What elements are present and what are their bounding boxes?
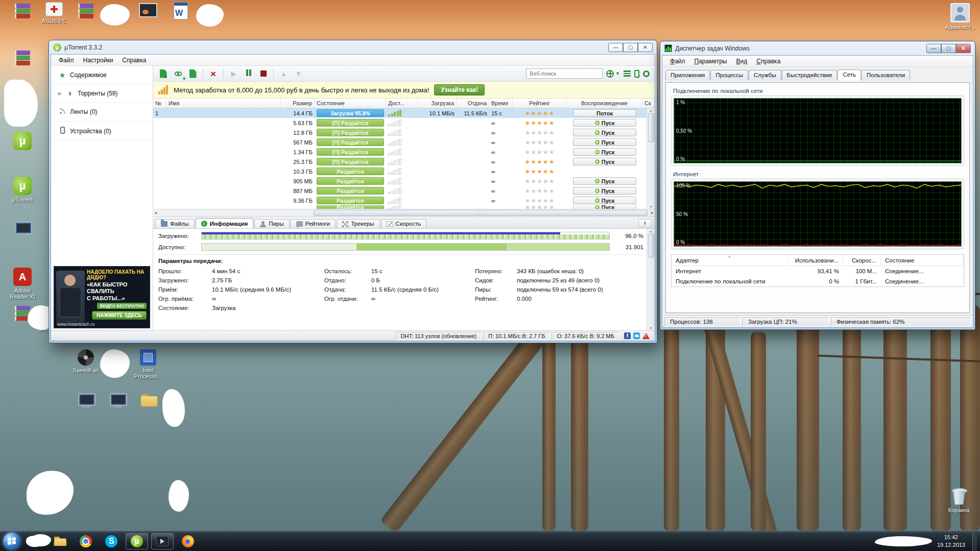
- stop-button[interactable]: [256, 67, 270, 80]
- minimize-button[interactable]: —: [926, 44, 941, 53]
- desktop-icon[interactable]: [164, 2, 197, 21]
- settings-gear-icon[interactable]: [643, 70, 650, 77]
- play-button[interactable]: Поток: [573, 109, 636, 117]
- desktop-icon[interactable]: ASUS PC: [38, 2, 70, 24]
- play-button[interactable]: Пуск: [573, 119, 636, 127]
- move-up-button[interactable]: ▲: [277, 67, 291, 80]
- ad-banner[interactable]: Метод заработка от 6,000 до 15,000 руб в…: [153, 82, 655, 99]
- ad-button[interactable]: НАЖМИТЕ ЗДЕСЬ: [92, 311, 147, 320]
- taskbar-app[interactable]: [49, 533, 71, 549]
- desktop-icon[interactable]: [6, 222, 39, 238]
- torrent-row[interactable]: 10.3 ГБ Раздаётся ∞ ★★★★★: [153, 166, 647, 176]
- taskman-tab[interactable]: Службы: [749, 70, 781, 80]
- torrent-rating-stars[interactable]: ★★★★★: [513, 187, 567, 195]
- detail-tab[interactable]: Трекеры: [337, 219, 379, 228]
- menu-item[interactable]: Параметры: [690, 57, 732, 66]
- torrent-row[interactable]: 9.36 ГБ Раздаётся ∞ ★★★★★: [153, 196, 647, 205]
- twitter-icon[interactable]: [633, 332, 640, 339]
- taskbar-app[interactable]: [151, 533, 174, 549]
- taskbar-app[interactable]: [177, 533, 199, 549]
- scroll-left-arrow[interactable]: ◀: [154, 211, 157, 215]
- scroll-thumb[interactable]: [648, 234, 654, 257]
- taskman-tab[interactable]: Процессы: [710, 70, 748, 80]
- torrent-row[interactable]: 1.34 ГБ [П] Раздаётся ∞ ★★★★★: [153, 147, 647, 157]
- expand-arrow-icon[interactable]: ▶: [58, 91, 62, 96]
- desktop-icon[interactable]: µTorrent: [6, 177, 39, 203]
- close-button[interactable]: ✕: [956, 44, 971, 53]
- torrent-rating-stars[interactable]: ★★★★★: [513, 197, 567, 204]
- play-button[interactable]: Пуск: [573, 129, 636, 136]
- torrent-rating-stars[interactable]: ★★★★★: [513, 110, 567, 117]
- taskbar-clock[interactable]: 15:42 19.12.2013: [937, 534, 967, 548]
- info-panel-scrollbar[interactable]: ▲ ▼: [647, 229, 655, 330]
- search-dropdown-caret-icon[interactable]: ▼: [615, 71, 620, 76]
- torrent-rating-stars[interactable]: ★★★★★: [513, 158, 567, 165]
- scroll-down-arrow[interactable]: ▼: [649, 205, 653, 208]
- torrent-row[interactable]: Раздаётся ★★★★★ Пуск: [153, 205, 647, 209]
- play-button[interactable]: Пуск: [573, 158, 636, 165]
- torrent-row[interactable]: 905 МБ Раздаётся ∞ ★★★★★: [153, 176, 647, 186]
- desktop-icon[interactable]: Adobe Reader XI: [6, 268, 39, 300]
- desktop-icon[interactable]: [6, 132, 39, 152]
- menu-item[interactable]: Настройки: [79, 56, 118, 65]
- desktop-icon[interactable]: [69, 2, 102, 22]
- play-button[interactable]: Пуск: [573, 148, 636, 156]
- column-header[interactable]: Время: [489, 99, 513, 108]
- desktop-icon[interactable]: [101, 393, 134, 410]
- taskman-titlebar[interactable]: Диспетчер задач Windows — ▢ ✕: [660, 41, 975, 55]
- detail-tab[interactable]: Пиры: [254, 219, 289, 228]
- detail-tab[interactable]: Скорость: [381, 219, 427, 228]
- play-button[interactable]: Пуск: [573, 187, 636, 195]
- taskman-tab[interactable]: Приложения: [665, 70, 710, 80]
- play-button[interactable]: Пуск: [573, 138, 636, 146]
- adapter-row[interactable]: Интернет 93,41 % 100 М... Соединение...: [672, 266, 964, 276]
- column-header[interactable]: Рейтинг: [513, 99, 567, 108]
- column-header[interactable]: №: [153, 99, 166, 108]
- list-view-icon[interactable]: [624, 69, 631, 78]
- menu-item[interactable]: Вид: [731, 57, 752, 66]
- add-link-button[interactable]: [171, 67, 185, 80]
- adapter-row[interactable]: Подключение по локальной сети 0 % 1 Гбит…: [672, 276, 964, 286]
- sidebar-item[interactable]: Устройства (0): [51, 122, 153, 141]
- warning-icon[interactable]: [642, 333, 650, 339]
- sidebar-ad[interactable]: НАДОЕЛО ПАХАТЬ НА ДЯДЮ? «КАК БЫСТРО СВАЛ…: [54, 266, 150, 328]
- minimize-button[interactable]: —: [608, 43, 623, 52]
- create-torrent-button[interactable]: [186, 67, 200, 80]
- desktop-icon[interactable]: [6, 49, 39, 69]
- desktop-icon[interactable]: Корзина: [943, 486, 975, 513]
- column-header[interactable]: Использовани...: [788, 255, 843, 266]
- play-button[interactable]: Пуск: [573, 197, 636, 204]
- move-down-button[interactable]: ▼: [292, 67, 305, 80]
- scroll-down-arrow[interactable]: ▼: [649, 326, 653, 330]
- menu-item[interactable]: Файл: [54, 56, 79, 65]
- utorrent-titlebar[interactable]: µ µTorrent 3.3.2 — ▢ ✕: [49, 40, 657, 54]
- torrent-rating-stars[interactable]: ★★★★★: [513, 149, 567, 156]
- scroll-thumb[interactable]: [648, 113, 654, 142]
- column-header[interactable]: Скорос...: [843, 255, 881, 266]
- torrent-rating-stars[interactable]: ★★★★★: [513, 129, 567, 136]
- maximize-button[interactable]: ▢: [623, 43, 638, 52]
- close-button[interactable]: ✕: [638, 43, 653, 52]
- taskbar-app[interactable]: [126, 533, 148, 549]
- detail-tab[interactable]: Информация: [196, 218, 254, 228]
- torrent-row[interactable]: 567 МБ [П] Раздаётся ∞ ★★★★★: [153, 137, 647, 147]
- torrent-rating-stars[interactable]: ★★★★★: [513, 139, 567, 146]
- torrent-rating-stars[interactable]: ★★★★★: [513, 205, 567, 209]
- maximize-button[interactable]: ▢: [941, 44, 956, 53]
- detail-tab[interactable]: Рейтинги: [291, 219, 336, 228]
- menu-item[interactable]: Справка: [117, 56, 151, 65]
- ad-banner-button[interactable]: Узнайте как!: [434, 84, 485, 95]
- devices-icon[interactable]: [634, 70, 639, 78]
- desktop-icon[interactable]: Intel Processo...: [132, 349, 164, 379]
- remove-button[interactable]: ×: [206, 67, 220, 80]
- sidebar-item[interactable]: ★ Содержимое: [51, 66, 153, 85]
- column-header[interactable]: ▲Адаптер: [672, 255, 788, 266]
- desktop-icon[interactable]: [133, 393, 165, 409]
- play-button[interactable]: Пуск: [573, 177, 636, 185]
- sidebar-item[interactable]: Ленты (0): [51, 103, 153, 122]
- scroll-thumb[interactable]: ⋮⋮: [314, 210, 648, 216]
- show-desktop-button[interactable]: [972, 531, 977, 551]
- torrent-row[interactable]: 5.63 ГБ [П] Раздаётся ∞ ★★★★★: [153, 118, 647, 128]
- torrent-row[interactable]: 25.3 ГБ [П] Раздаётся ∞ ★★★★★: [153, 157, 647, 166]
- column-header[interactable]: Загрузка: [418, 99, 457, 108]
